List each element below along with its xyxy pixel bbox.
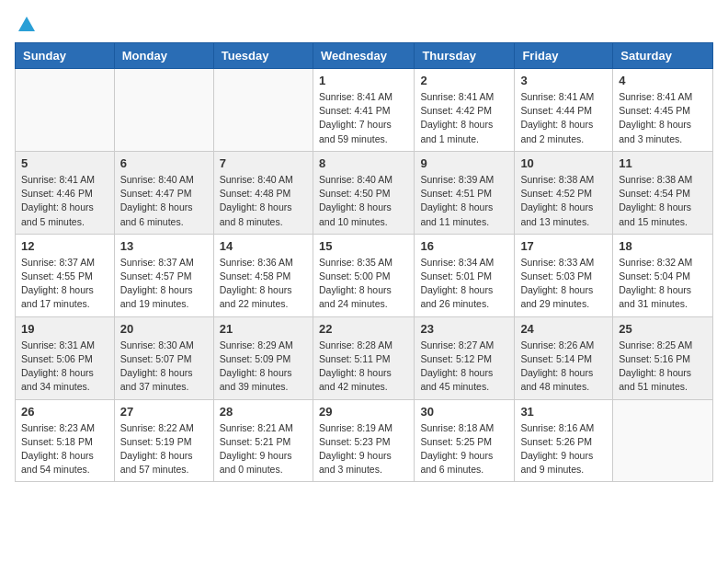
- day-number: 10: [520, 156, 607, 170]
- calendar-day-cell: 13Sunrise: 8:37 AMSunset: 4:57 PMDayligh…: [114, 234, 213, 316]
- calendar-day-cell: 23Sunrise: 8:27 AMSunset: 5:12 PMDayligh…: [415, 316, 515, 399]
- calendar-day-cell: 19Sunrise: 8:31 AMSunset: 5:06 PMDayligh…: [16, 316, 115, 399]
- day-info: Sunrise: 8:28 AMSunset: 5:11 PMDaylight:…: [319, 339, 408, 395]
- calendar-day-cell: [114, 69, 213, 152]
- day-info: Sunrise: 8:29 AMSunset: 5:09 PMDaylight:…: [220, 339, 307, 395]
- day-number: 17: [520, 239, 607, 253]
- calendar-day-cell: 31Sunrise: 8:16 AMSunset: 5:26 PMDayligh…: [515, 399, 613, 482]
- calendar-day-cell: 24Sunrise: 8:26 AMSunset: 5:14 PMDayligh…: [515, 316, 613, 399]
- day-info: Sunrise: 8:37 AMSunset: 4:57 PMDaylight:…: [120, 256, 208, 312]
- day-info: Sunrise: 8:31 AMSunset: 5:06 PMDaylight:…: [21, 339, 108, 395]
- calendar-day-cell: 20Sunrise: 8:30 AMSunset: 5:07 PMDayligh…: [114, 316, 213, 399]
- header-monday: Monday: [114, 43, 213, 69]
- day-info: Sunrise: 8:40 AMSunset: 4:50 PMDaylight:…: [319, 173, 408, 229]
- day-info: Sunrise: 8:32 AMSunset: 5:04 PMDaylight:…: [619, 256, 707, 312]
- day-number: 29: [319, 405, 408, 419]
- day-info: Sunrise: 8:16 AMSunset: 5:26 PMDaylight:…: [520, 421, 607, 477]
- calendar-day-cell: 14Sunrise: 8:36 AMSunset: 4:58 PMDayligh…: [213, 234, 313, 316]
- calendar-day-cell: 25Sunrise: 8:25 AMSunset: 5:16 PMDayligh…: [613, 316, 713, 399]
- calendar-day-cell: 30Sunrise: 8:18 AMSunset: 5:25 PMDayligh…: [415, 399, 515, 482]
- logo: [15, 15, 39, 31]
- calendar-day-cell: 29Sunrise: 8:19 AMSunset: 5:23 PMDayligh…: [313, 399, 414, 482]
- day-info: Sunrise: 8:26 AMSunset: 5:14 PMDaylight:…: [520, 339, 607, 395]
- day-info: Sunrise: 8:33 AMSunset: 5:03 PMDaylight:…: [520, 256, 607, 312]
- day-info: Sunrise: 8:22 AMSunset: 5:19 PMDaylight:…: [120, 421, 208, 477]
- calendar-day-cell: 1Sunrise: 8:41 AMSunset: 4:41 PMDaylight…: [313, 69, 414, 152]
- calendar-week-row: 1Sunrise: 8:41 AMSunset: 4:41 PMDaylight…: [16, 69, 713, 152]
- day-number: 22: [319, 322, 408, 336]
- header-saturday: Saturday: [613, 43, 713, 69]
- calendar-day-cell: [16, 69, 115, 152]
- calendar-day-cell: 21Sunrise: 8:29 AMSunset: 5:09 PMDayligh…: [213, 316, 313, 399]
- day-number: 8: [319, 156, 408, 170]
- day-info: Sunrise: 8:35 AMSunset: 5:00 PMDaylight:…: [319, 256, 408, 312]
- day-info: Sunrise: 8:38 AMSunset: 4:52 PMDaylight:…: [520, 173, 607, 229]
- page-header: [15, 15, 713, 31]
- day-info: Sunrise: 8:39 AMSunset: 4:51 PMDaylight:…: [420, 173, 508, 229]
- day-number: 26: [21, 405, 108, 419]
- day-number: 9: [420, 156, 508, 170]
- day-number: 7: [220, 156, 307, 170]
- day-number: 19: [21, 322, 108, 336]
- day-number: 4: [619, 74, 707, 87]
- calendar-day-cell: 27Sunrise: 8:22 AMSunset: 5:19 PMDayligh…: [114, 399, 213, 482]
- day-number: 14: [220, 239, 307, 253]
- day-number: 25: [619, 322, 707, 336]
- header-friday: Friday: [515, 43, 613, 69]
- calendar-day-cell: 10Sunrise: 8:38 AMSunset: 4:52 PMDayligh…: [515, 151, 613, 234]
- day-info: Sunrise: 8:40 AMSunset: 4:47 PMDaylight:…: [120, 173, 208, 229]
- day-number: 18: [619, 239, 707, 253]
- calendar-day-cell: 18Sunrise: 8:32 AMSunset: 5:04 PMDayligh…: [613, 234, 713, 316]
- calendar-week-row: 26Sunrise: 8:23 AMSunset: 5:18 PMDayligh…: [16, 399, 713, 482]
- day-number: 2: [420, 74, 508, 87]
- day-info: Sunrise: 8:38 AMSunset: 4:54 PMDaylight:…: [619, 173, 707, 229]
- calendar-day-cell: 16Sunrise: 8:34 AMSunset: 5:01 PMDayligh…: [415, 234, 515, 316]
- day-number: 3: [520, 74, 607, 87]
- calendar-day-cell: 17Sunrise: 8:33 AMSunset: 5:03 PMDayligh…: [515, 234, 613, 316]
- day-info: Sunrise: 8:36 AMSunset: 4:58 PMDaylight:…: [220, 256, 307, 312]
- calendar-day-cell: [213, 69, 313, 152]
- calendar-day-cell: 5Sunrise: 8:41 AMSunset: 4:46 PMDaylight…: [16, 151, 115, 234]
- day-number: 24: [520, 322, 607, 336]
- calendar-header-row: Sunday Monday Tuesday Wednesday Thursday…: [16, 43, 713, 69]
- day-number: 27: [120, 405, 208, 419]
- day-number: 15: [319, 239, 408, 253]
- logo-icon: [17, 15, 37, 35]
- calendar-week-row: 12Sunrise: 8:37 AMSunset: 4:55 PMDayligh…: [16, 234, 713, 316]
- day-number: 13: [120, 239, 208, 253]
- day-info: Sunrise: 8:37 AMSunset: 4:55 PMDaylight:…: [21, 256, 108, 312]
- header-thursday: Thursday: [415, 43, 515, 69]
- calendar-day-cell: [613, 399, 713, 482]
- day-number: 6: [120, 156, 208, 170]
- day-number: 20: [120, 322, 208, 336]
- day-info: Sunrise: 8:30 AMSunset: 5:07 PMDaylight:…: [120, 339, 208, 395]
- day-number: 12: [21, 239, 108, 253]
- calendar-week-row: 5Sunrise: 8:41 AMSunset: 4:46 PMDaylight…: [16, 151, 713, 234]
- day-info: Sunrise: 8:27 AMSunset: 5:12 PMDaylight:…: [420, 339, 508, 395]
- day-info: Sunrise: 8:19 AMSunset: 5:23 PMDaylight:…: [319, 421, 408, 477]
- day-number: 30: [420, 405, 508, 419]
- day-number: 31: [520, 405, 607, 419]
- day-number: 11: [619, 156, 707, 170]
- calendar-day-cell: 11Sunrise: 8:38 AMSunset: 4:54 PMDayligh…: [613, 151, 713, 234]
- calendar-day-cell: 3Sunrise: 8:41 AMSunset: 4:44 PMDaylight…: [515, 69, 613, 152]
- calendar-day-cell: 7Sunrise: 8:40 AMSunset: 4:48 PMDaylight…: [213, 151, 313, 234]
- day-info: Sunrise: 8:21 AMSunset: 5:21 PMDaylight:…: [220, 421, 307, 477]
- day-info: Sunrise: 8:18 AMSunset: 5:25 PMDaylight:…: [420, 421, 508, 477]
- header-sunday: Sunday: [16, 43, 115, 69]
- day-number: 16: [420, 239, 508, 253]
- calendar-day-cell: 4Sunrise: 8:41 AMSunset: 4:45 PMDaylight…: [613, 69, 713, 152]
- day-info: Sunrise: 8:41 AMSunset: 4:44 PMDaylight:…: [520, 90, 607, 146]
- calendar-day-cell: 9Sunrise: 8:39 AMSunset: 4:51 PMDaylight…: [415, 151, 515, 234]
- day-info: Sunrise: 8:40 AMSunset: 4:48 PMDaylight:…: [220, 173, 307, 229]
- calendar-day-cell: 28Sunrise: 8:21 AMSunset: 5:21 PMDayligh…: [213, 399, 313, 482]
- day-number: 28: [220, 405, 307, 419]
- day-info: Sunrise: 8:25 AMSunset: 5:16 PMDaylight:…: [619, 339, 707, 395]
- day-number: 21: [220, 322, 307, 336]
- calendar-day-cell: 8Sunrise: 8:40 AMSunset: 4:50 PMDaylight…: [313, 151, 414, 234]
- day-info: Sunrise: 8:41 AMSunset: 4:42 PMDaylight:…: [420, 90, 508, 146]
- day-info: Sunrise: 8:41 AMSunset: 4:45 PMDaylight:…: [619, 90, 707, 146]
- svg-marker-0: [18, 17, 35, 31]
- day-number: 1: [319, 74, 408, 87]
- header-wednesday: Wednesday: [313, 43, 414, 69]
